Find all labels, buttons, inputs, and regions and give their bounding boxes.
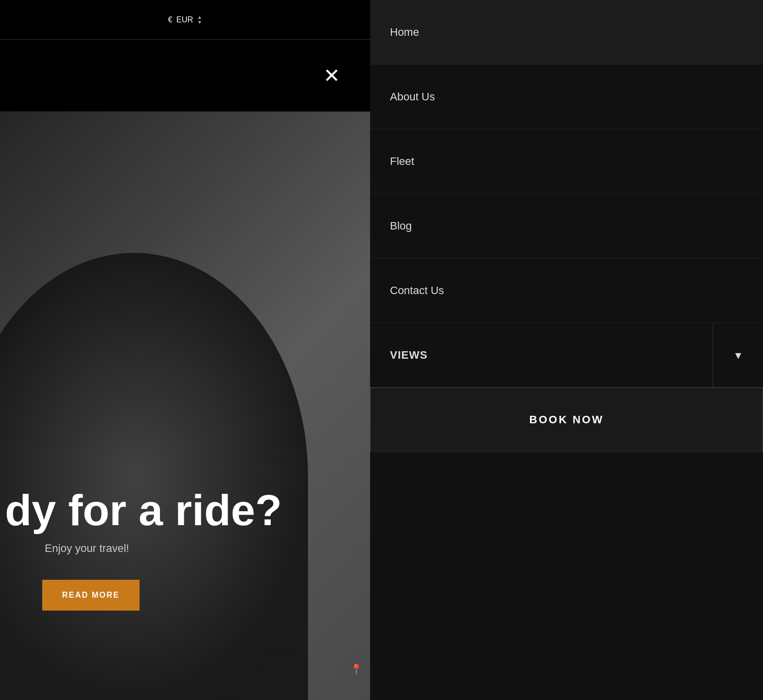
views-label[interactable]: VIEWS [370, 323, 713, 387]
sidebar-item-fleet[interactable]: Fleet [370, 129, 763, 194]
sidebar-item-blog[interactable]: Blog [370, 194, 763, 258]
sidebar-item-views[interactable]: VIEWS ▾ [370, 323, 763, 388]
nav-home-label: Home [390, 26, 419, 39]
nav-blog-label: Blog [390, 220, 412, 233]
hero-subtitle: Enjoy your travel! [45, 542, 282, 555]
sidebar-item-contact[interactable]: Contact Us [370, 258, 763, 323]
book-now-button[interactable]: BOOK NOW [370, 388, 763, 452]
nav-about-label: About Us [390, 90, 435, 103]
location-icon: 📍 [350, 663, 363, 675]
views-dropdown-arrow[interactable]: ▾ [713, 323, 763, 387]
currency-selector[interactable]: € EUR ▲ ▼ [168, 15, 202, 25]
sidebar-item-about[interactable]: About Us [370, 65, 763, 129]
close-button[interactable]: ✕ [323, 66, 340, 85]
currency-label: EUR [176, 15, 193, 24]
currency-symbol-icon: € [168, 15, 172, 24]
top-bar: € EUR ▲ ▼ [0, 0, 370, 40]
nav-sidebar: Home About Us Fleet Blog Contact Us VIEW… [370, 0, 763, 700]
nav-fleet-label: Fleet [390, 155, 414, 168]
hero-section: € EUR ▲ ▼ ✕ dy for a ride? Enjoy your tr… [0, 0, 370, 700]
second-bar: ✕ [0, 40, 370, 112]
currency-arrows-icon[interactable]: ▲ ▼ [197, 15, 202, 25]
hero-title: dy for a ride? [5, 488, 282, 532]
book-now-label: BOOK NOW [530, 413, 604, 426]
read-more-button[interactable]: READ MORE [42, 580, 140, 611]
sidebar-item-home[interactable]: Home [370, 0, 763, 65]
nav-contact-label: Contact Us [390, 284, 444, 297]
hero-content: dy for a ride? Enjoy your travel! READ M… [0, 488, 282, 611]
